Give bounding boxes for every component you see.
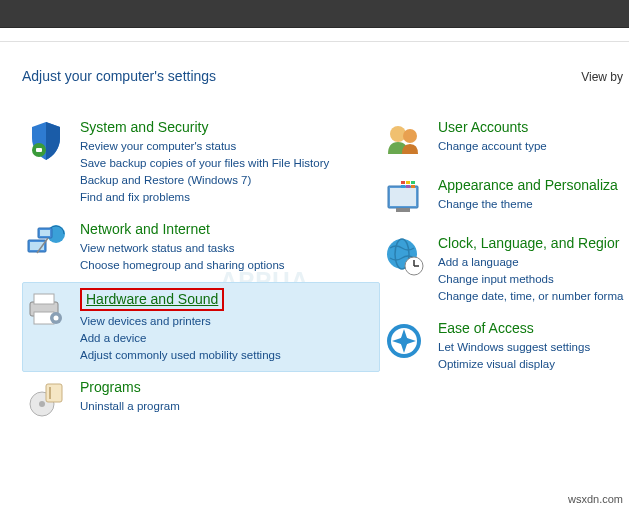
svg-rect-1 (36, 148, 42, 152)
link-uninstall[interactable]: Uninstall a program (80, 398, 378, 415)
svg-rect-9 (34, 294, 54, 304)
view-by-label[interactable]: View by (581, 70, 623, 84)
svg-rect-6 (40, 230, 50, 236)
category-hardware-sound: Hardware and Sound View devices and prin… (22, 282, 380, 372)
svg-rect-22 (401, 181, 405, 184)
category-title-clock-language[interactable]: Clock, Language, and Regior (438, 234, 619, 252)
link-change-theme[interactable]: Change the theme (438, 196, 627, 213)
svg-rect-16 (49, 387, 51, 399)
link-input-methods[interactable]: Change input methods (438, 271, 627, 288)
page-title: Adjust your computer's settings (22, 68, 216, 84)
user-accounts-icon (382, 118, 426, 162)
svg-rect-26 (406, 185, 410, 188)
category-title-network-internet[interactable]: Network and Internet (80, 220, 210, 238)
category-title-system-security[interactable]: System and Security (80, 118, 208, 136)
svg-rect-15 (46, 384, 62, 402)
category-title-programs[interactable]: Programs (80, 378, 141, 396)
link-add-device[interactable]: Add a device (80, 330, 378, 347)
link-homegroup[interactable]: Choose homegroup and sharing options (80, 257, 378, 274)
source-watermark: wsxdn.com (568, 493, 623, 505)
window-title-bar (0, 0, 629, 28)
category-title-hardware-sound[interactable]: Hardware and Sound (80, 288, 224, 311)
link-suggest-settings[interactable]: Let Windows suggest settings (438, 339, 627, 356)
globe-clock-icon (382, 234, 426, 278)
svg-rect-27 (411, 185, 415, 188)
link-file-history[interactable]: Save backup copies of your files with Fi… (80, 155, 378, 172)
svg-point-35 (400, 337, 408, 345)
category-programs: Programs Uninstall a program (22, 372, 380, 430)
link-date-time-format[interactable]: Change date, time, or number forma (438, 288, 627, 305)
link-add-language[interactable]: Add a language (438, 254, 627, 271)
category-title-ease-of-access[interactable]: Ease of Access (438, 319, 534, 337)
link-optimize-visual[interactable]: Optimize visual display (438, 356, 627, 373)
category-network-internet: Network and Internet View network status… (22, 214, 380, 282)
appearance-icon (382, 176, 426, 220)
network-icon (24, 220, 68, 264)
shield-icon (24, 118, 68, 162)
svg-rect-21 (396, 208, 410, 212)
programs-icon (24, 378, 68, 422)
printer-icon (24, 288, 68, 332)
svg-point-12 (54, 316, 59, 321)
category-title-appearance[interactable]: Appearance and Personaliza (438, 176, 618, 194)
svg-rect-25 (401, 185, 405, 188)
link-change-account-type[interactable]: Change account type (438, 138, 627, 155)
ease-of-access-icon (382, 319, 426, 363)
category-clock-language: Clock, Language, and Regior Add a langua… (380, 228, 629, 313)
link-devices-printers[interactable]: View devices and printers (80, 313, 378, 330)
category-system-security: System and Security Review your computer… (22, 112, 380, 214)
category-ease-of-access: Ease of Access Let Windows suggest setti… (380, 313, 629, 381)
address-bar-area (0, 28, 629, 42)
svg-point-18 (403, 129, 417, 143)
link-backup-restore[interactable]: Backup and Restore (Windows 7) (80, 172, 378, 189)
svg-rect-20 (390, 188, 416, 206)
link-review-status[interactable]: Review your computer's status (80, 138, 378, 155)
link-find-fix[interactable]: Find and fix problems (80, 189, 378, 206)
link-mobility-settings[interactable]: Adjust commonly used mobility settings (80, 347, 378, 364)
svg-rect-24 (411, 181, 415, 184)
category-appearance: Appearance and Personaliza Change the th… (380, 170, 629, 228)
svg-point-14 (39, 401, 45, 407)
link-network-status[interactable]: View network status and tasks (80, 240, 378, 257)
svg-rect-23 (406, 181, 410, 184)
category-title-user-accounts[interactable]: User Accounts (438, 118, 528, 136)
category-user-accounts: User Accounts Change account type (380, 112, 629, 170)
